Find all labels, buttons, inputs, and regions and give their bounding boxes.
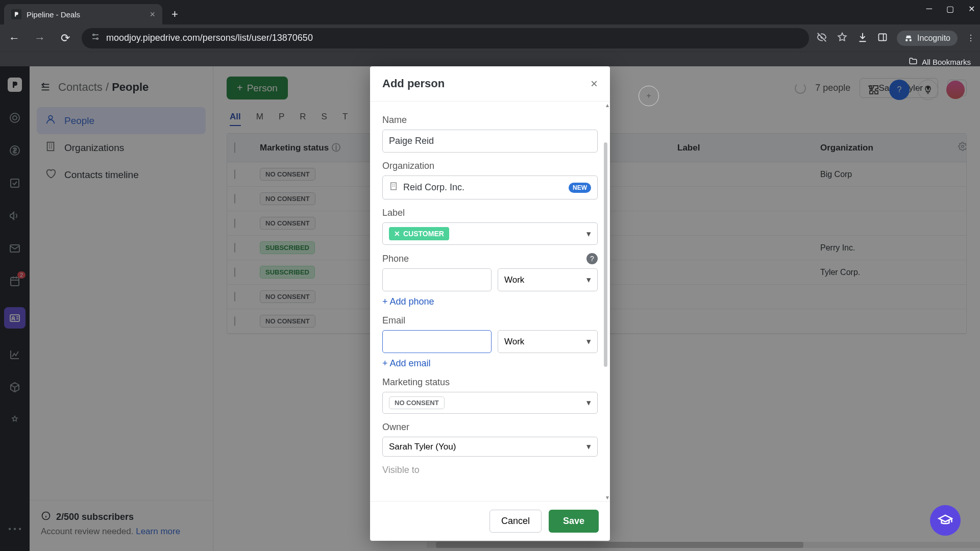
email-type-select[interactable]: Work▾ [498,330,598,353]
bookmarks-folder-icon[interactable] [909,57,918,67]
owner-label: Owner [382,422,598,433]
browser-menu-icon[interactable]: ⋮ [967,33,975,43]
modal-title: Add person [382,77,445,90]
phone-input[interactable] [382,268,492,291]
svg-point-0 [93,34,94,36]
label-select[interactable]: ✕CUSTOMER ▾ [382,222,598,245]
svg-rect-2 [879,34,887,40]
star-icon[interactable] [837,32,848,45]
address-bar[interactable]: moodjoy.pipedrive.com/persons/list/user/… [82,28,809,48]
download-icon[interactable] [857,32,868,45]
nav-forward-icon: → [31,29,49,47]
window-minimize-icon[interactable]: ─ [926,4,932,14]
cancel-button[interactable]: Cancel [489,510,542,533]
label-label: Label [382,208,598,218]
nav-back-icon[interactable]: ← [5,29,23,47]
chip-remove-icon[interactable]: ✕ [394,230,400,238]
window-close-icon[interactable]: ✕ [968,4,975,14]
chevron-down-icon: ▾ [586,274,591,285]
nav-reload-icon[interactable]: ⟳ [56,29,75,47]
email-label: Email [382,315,598,326]
modal-scrollbar[interactable]: ▴ ▾ [603,102,609,501]
window-maximize-icon[interactable]: ▢ [946,4,954,14]
chevron-down-icon: ▾ [586,441,591,452]
tab-close-icon[interactable]: × [150,9,155,20]
modal-close-icon[interactable]: × [591,77,598,91]
browser-tab[interactable]: Pipeline - Deals × [4,4,162,24]
tab-title: Pipeline - Deals [27,10,144,19]
panel-icon[interactable] [877,32,888,44]
education-fab[interactable] [930,505,961,536]
chevron-down-icon: ▾ [586,397,591,408]
email-input[interactable] [382,330,492,353]
all-bookmarks-link[interactable]: All Bookmarks [922,58,971,66]
marketing-status-label: Marketing status [382,377,598,388]
name-input[interactable] [382,130,598,153]
visible-to-label: Visible to [382,465,598,475]
chevron-down-icon: ▾ [586,229,591,239]
save-button[interactable]: Save [549,510,599,533]
eye-off-icon[interactable] [816,32,827,45]
svg-rect-16 [391,183,397,190]
new-badge: NEW [569,183,591,193]
browser-chrome: Pipeline - Deals × + ─ ▢ ✕ ← → ⟳ moodjoy… [0,0,980,66]
phone-label: Phone? [382,253,598,264]
organization-input[interactable]: Reid Corp. Inc. NEW [382,176,598,199]
add-person-modal: Add person × ▴ ▾ Name Organization Reid … [370,66,610,541]
phone-help-icon[interactable]: ? [586,253,598,264]
url-text: moodjoy.pipedrive.com/persons/list/user/… [106,33,313,43]
chevron-down-icon: ▾ [586,336,591,347]
svg-point-1 [96,38,98,39]
add-phone-link[interactable]: + Add phone [382,296,434,307]
site-info-icon[interactable] [91,32,100,44]
organization-label: Organization [382,161,598,171]
new-tab-button[interactable]: + [172,8,178,21]
quick-add-button[interactable]: + [639,86,659,106]
add-email-link[interactable]: + Add email [382,358,431,369]
customer-chip[interactable]: ✕CUSTOMER [389,227,449,240]
tab-favicon [11,9,21,19]
phone-type-select[interactable]: Work▾ [498,268,598,291]
marketing-status-select[interactable]: NO CONSENT▾ [382,392,598,414]
owner-select[interactable]: Sarah Tyler (You)▾ [382,437,598,457]
name-label: Name [382,115,598,126]
incognito-badge: Incognito [897,31,958,46]
building-icon [389,182,398,193]
